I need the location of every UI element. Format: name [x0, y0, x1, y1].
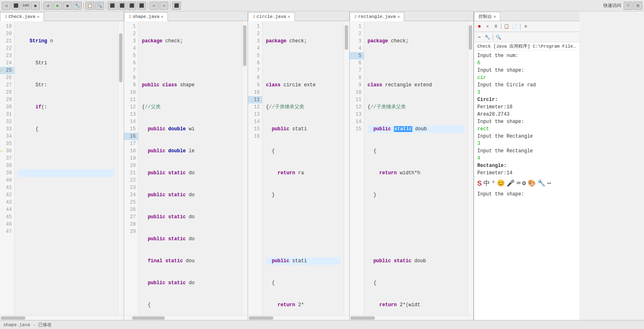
shape-java-scrollbar[interactable] [242, 21, 248, 315]
console-paste-btn[interactable]: 📄 [511, 23, 518, 30]
console-copy-btn[interactable]: 📋 [503, 23, 510, 30]
cln-13: 13 [248, 111, 262, 118]
console-nav-btn-1[interactable]: ⬅ [476, 33, 483, 41]
shape-java-tab-label: shape.java [133, 14, 159, 19]
ln-25: ⚠25 [0, 67, 14, 74]
r-code-12: { [368, 279, 464, 287]
r-code-13: return 2*(widt [368, 301, 464, 309]
circle-java-h-scrollbar[interactable] [248, 315, 349, 320]
sln-27: 27 [124, 213, 138, 221]
rectangle-java-scrollbar[interactable] [468, 21, 473, 315]
console-toolbar-sep-3 [493, 34, 493, 40]
rln-4: 4 [350, 45, 364, 52]
rectangle-java-tab-close[interactable]: ✕ [397, 14, 400, 19]
cln-9: 9 [248, 81, 262, 89]
rectangle-java-panel: J rectangle.java ✕ 1 2 3 4 5 6 7 8 9 10 [350, 11, 474, 320]
console-stop-btn[interactable]: ■ [476, 23, 483, 30]
toolbar-btn-7[interactable]: 🔧 [73, 2, 82, 10]
ln-28: 28 [0, 89, 14, 96]
rectangle-java-tab-bar: J rectangle.java ✕ [350, 11, 473, 21]
circle-java-tab-icon: J [252, 15, 255, 19]
code-line-29 [18, 257, 115, 265]
ln-44: 44 [0, 206, 14, 213]
sln-1: 1 [124, 23, 138, 30]
rln-5: 5 [350, 52, 364, 59]
toolbar-btn-14[interactable]: ⇐ [150, 2, 159, 10]
console-tab-close[interactable]: ✕ [494, 14, 496, 19]
tab-shape-java[interactable]: J shape.java ✕ [124, 12, 168, 21]
toolbar-btn-8[interactable]: 📋 [85, 2, 94, 10]
console-nav-btn-2[interactable]: 🔧 [484, 33, 491, 41]
circle-java-scrollbar[interactable] [344, 21, 349, 315]
rln-15: 15 [350, 125, 364, 133]
check-java-scrollbar-thumb [119, 33, 122, 82]
console-settings-btn[interactable]: ⚙ [522, 23, 529, 30]
rectangle-java-code-content[interactable]: package check; class rectangle extend {/… [364, 21, 468, 315]
code-line-30 [18, 279, 115, 287]
shape-java-h-scrollbar[interactable] [124, 315, 248, 320]
ln-36: ⚠36 [0, 147, 14, 155]
cln-7: 7 [248, 67, 262, 74]
toolbar-btn-5[interactable]: ↺ [44, 2, 52, 10]
toolbar-btn-6[interactable]: ◉ [63, 2, 72, 10]
circle-java-tab-close[interactable]: ✕ [288, 14, 290, 19]
toolbar-btn-3[interactable]: 100 [21, 2, 30, 10]
rectangle-java-tab-icon: J [354, 15, 357, 19]
sogou-mic: 🎤 [507, 180, 515, 187]
toolbar-restore[interactable]: ⊟ [633, 2, 642, 10]
tab-rectangle-java[interactable]: J rectangle.java ✕ [350, 12, 404, 21]
r-code-4: {//子类继承父类 [368, 103, 464, 111]
rln-6: 6 [350, 59, 364, 67]
sln-13: 13 [124, 111, 138, 118]
cln-16: 16 [248, 133, 262, 140]
rln-3: 3 [350, 37, 364, 45]
toolbar-btn-12[interactable]: ⬛ [127, 2, 136, 10]
console-clear-btn[interactable]: ✕ [484, 23, 491, 30]
rectangle-java-h-scrollbar[interactable] [350, 315, 473, 320]
check-java-code-content[interactable]: String n Stri Str: if(: { [15, 21, 118, 315]
tab-circle-java[interactable]: J circle.java ✕ [248, 12, 295, 21]
circle-java-code-content[interactable]: package check; class circle exte {//子类继承… [263, 21, 344, 315]
toolbar-btn-1[interactable]: ◁ [2, 2, 11, 10]
ln-26: 26 [0, 74, 14, 81]
console-filter-btn[interactable]: 🔍 [495, 33, 502, 41]
toolbar-btn-9[interactable]: 🔍 [95, 2, 104, 10]
console-pause-btn[interactable]: ⏸ [492, 23, 499, 30]
toolbar-btn-16[interactable]: ⬛ [172, 2, 181, 10]
shape-java-code-content[interactable]: package check; public class shape {//父类 … [139, 21, 242, 315]
sln-15: 15 [124, 125, 138, 133]
toolbar-btn-11[interactable]: ⬛ [117, 2, 126, 10]
ln-38: 38 [0, 162, 14, 169]
shape-java-tab-close[interactable]: ✕ [161, 14, 163, 19]
console-out-15: Input the Rectangle [477, 147, 576, 155]
check-java-scrollbar[interactable] [118, 21, 124, 315]
check-java-line-numbers: 19 20 21 22 23 24 ⚠25 26 27 28 29 30 31 … [0, 21, 15, 315]
rln-11: 11 [350, 96, 364, 103]
r-code-6: { [368, 147, 464, 155]
rln-10: 10 [350, 89, 364, 96]
r-code-10 [368, 235, 464, 243]
check-java-tab-close[interactable]: ✕ [37, 14, 39, 19]
check-java-h-scrollbar[interactable] [0, 315, 124, 320]
toolbar-btn-13[interactable]: ⬛ [137, 2, 146, 10]
sogou-lang-icon: 中 [483, 180, 490, 187]
toolbar-btn-2[interactable]: ⬛ [11, 2, 20, 10]
toolbar-btn-4[interactable]: ◉ [31, 2, 40, 10]
tab-console[interactable]: 控制台 ✕ [474, 12, 500, 21]
tab-check-java[interactable]: J Check.java ✕ [0, 12, 44, 21]
r-code-1: package check; [368, 37, 464, 45]
s-code-8: public static do [142, 191, 239, 199]
toolbar-btn-10[interactable]: ⬛ [108, 2, 117, 10]
ln-45: 45 [0, 213, 14, 221]
ln-20: 20 [0, 30, 14, 37]
r-code-2 [368, 59, 464, 67]
toolbar-maximize[interactable]: □ [624, 2, 633, 10]
check-java-tab-bar: J Check.java ✕ [0, 11, 124, 21]
toolbar-btn-15[interactable]: ⇒ [159, 2, 168, 10]
c-code-10 [266, 235, 340, 243]
sogou-keyboard: ⌨ [516, 180, 520, 187]
main-toolbar: ◁ ⬛ 100 ◉ ↺ ▶ ◉ 🔧 📋 🔍 ⬛ ⬛ ⬛ ⬛ ⇐ ⇒ ⬛ 快速访问… [0, 0, 644, 11]
ln-34: 34 [0, 133, 14, 140]
toolbar-btn-run[interactable]: ▶ [53, 2, 62, 10]
console-output[interactable]: Input the num: 6 Input the shape: cir In… [474, 50, 579, 320]
